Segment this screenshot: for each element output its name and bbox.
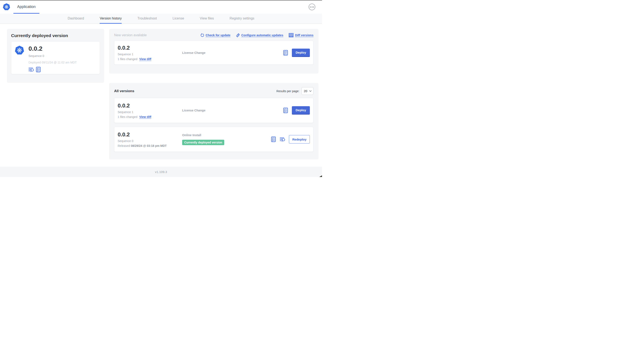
preflight-checks-button[interactable] [283, 108, 288, 113]
deploy-button[interactable]: Deploy [292, 49, 310, 57]
version-label: 0.0.2 [118, 45, 182, 51]
check-for-update-link[interactable]: Check for update [200, 33, 230, 37]
sequence-label: Sequence 1 [118, 110, 182, 114]
ellipsis-icon [310, 7, 311, 8]
refresh-icon [200, 33, 204, 37]
deployed-timestamp: Deployed 09/11/24 @ 11:02 am MDT [28, 61, 77, 64]
sequence-label: Sequence 1 [118, 53, 182, 56]
kubernetes-logo-icon [15, 46, 24, 55]
nav-tabbar: Dashboard Version history Troubleshoot L… [0, 14, 322, 24]
view-diff-link[interactable]: View diff [139, 115, 151, 119]
tab-dashboard[interactable]: Dashboard [68, 14, 84, 24]
new-version-panel: New version available Check for update C… [109, 29, 318, 74]
released-timestamp: Released 08/29/24 @ 03:18 pm MDT [118, 144, 182, 147]
view-logs-button[interactable] [280, 137, 285, 142]
preflight-checks-button[interactable] [271, 137, 276, 142]
checklist-icon [271, 137, 276, 142]
preflight-checks-button[interactable] [283, 50, 288, 56]
version-label: 0.0.2 [118, 102, 182, 109]
tab-version-history[interactable]: Version history [100, 14, 122, 24]
tab-license[interactable]: License [172, 14, 184, 24]
app-title: Application [17, 5, 36, 9]
checklist-icon [283, 108, 288, 113]
configure-automatic-updates-link[interactable]: Configure automatic updates [236, 33, 284, 37]
view-diff-link[interactable]: View diff [139, 57, 151, 61]
tab-troubleshoot[interactable]: Troubleshoot [137, 14, 157, 24]
preflight-checks-button[interactable] [36, 67, 40, 72]
currently-deployed-panel: Currently deployed version 0.0.2 Sequenc… [7, 29, 104, 83]
checklist-icon [36, 67, 40, 72]
auto-update-icon [236, 33, 240, 37]
version-source-label: Online Install [182, 133, 201, 137]
results-per-page-label: Results per page: [276, 90, 300, 93]
currently-deployed-card: 0.0.2 Sequence 0 Deployed 09/11/24 @ 11:… [11, 42, 100, 74]
new-version-heading: New version available [114, 33, 147, 37]
diff-icon [289, 33, 294, 37]
tab-view-files[interactable]: View files [200, 14, 214, 24]
logs-icon [28, 67, 34, 72]
page: { "colors": { "primary_blue": "#3b67e2",… [0, 0, 322, 177]
results-per-page-select[interactable]: 20 [302, 87, 314, 95]
version-label: 0.0.2 [118, 131, 182, 138]
deploy-button[interactable]: Deploy [292, 106, 310, 115]
checklist-icon [283, 50, 288, 56]
all-versions-panel: All versions Results per page: 20 0.0.2 … [109, 83, 318, 159]
cursor-artifact [319, 175, 322, 177]
currently-deployed-heading: Currently deployed version [11, 33, 100, 38]
deployed-version-label: 0.0.2 [28, 45, 77, 52]
redeploy-button[interactable]: Redeploy [289, 135, 310, 144]
files-changed-label: 1 files changed [118, 115, 137, 119]
version-source-label: License Change [182, 51, 206, 55]
app-footer: v1.109.3 [0, 167, 322, 177]
deployed-sequence-label: Sequence 0 [28, 54, 77, 58]
overflow-menu-button[interactable] [308, 4, 315, 10]
chevron-down-icon [309, 90, 312, 92]
logs-icon [280, 137, 285, 142]
all-versions-heading: All versions [114, 89, 134, 93]
version-source-label: License Change [182, 109, 206, 112]
view-logs-button[interactable] [28, 67, 34, 72]
diff-versions-link[interactable]: Diff versions [289, 33, 314, 37]
new-version-card: 0.0.2 Sequence 1 1 files changed View di… [114, 41, 314, 65]
admin-console-version: v1.109.3 [155, 170, 167, 174]
version-row: 0.0.2 Sequence 0 Released 08/29/24 @ 03:… [114, 127, 314, 152]
app-header: Application [0, 1, 322, 14]
files-changed-label: 1 files changed [118, 57, 137, 61]
version-row: 0.0.2 Sequence 1 1 files changed View di… [114, 98, 314, 123]
sequence-label: Sequence 0 [118, 139, 182, 143]
app-tab-application[interactable]: Application [14, 1, 39, 14]
tab-registry-settings[interactable]: Registry settings [230, 14, 254, 24]
kubernetes-logo-icon [3, 3, 10, 11]
currently-deployed-badge: Currently deployed version [182, 140, 224, 145]
